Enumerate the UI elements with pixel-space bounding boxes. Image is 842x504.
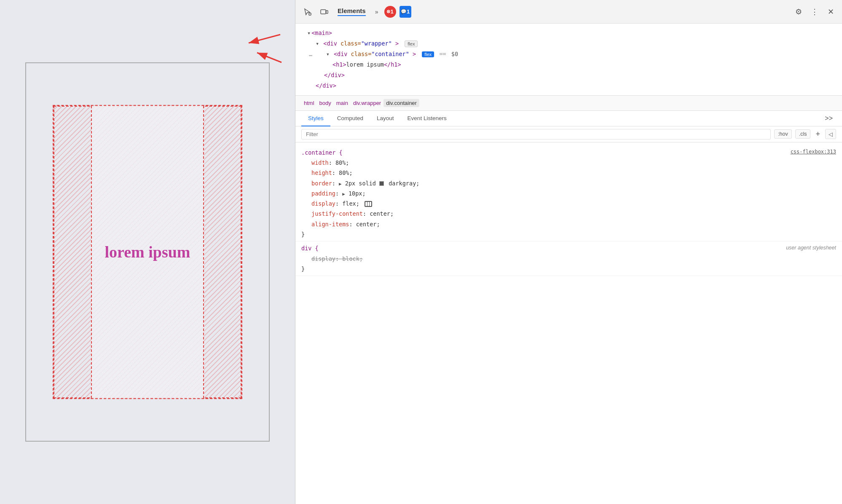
colon-height: : <box>332 169 339 176</box>
collapsed-dots: … <box>309 51 312 57</box>
error-icon: ⊗ <box>386 9 390 14</box>
style-rule-useragent: div { user agent stylesheet display: blo… <box>295 241 842 276</box>
tab-computed[interactable]: Computed <box>330 111 370 126</box>
tag-h1-close: </h1> <box>384 61 401 68</box>
colon-padding: : <box>335 190 342 197</box>
prop-value-display-ua: : block; <box>335 255 363 262</box>
colon-border: : <box>332 180 339 187</box>
prop-padding[interactable]: padding: ▶ 10px; <box>301 188 836 198</box>
flex-badge-container[interactable]: flex <box>422 51 434 57</box>
comment-icon: 💬 <box>401 9 407 14</box>
rule-header-container: .container { css-flexbox:313 <box>301 147 836 158</box>
devtools-panel: Elements » ⊗ 1 💬 1 ⚙ ⋮ ✕ ▾<main> ▾ <div … <box>295 0 842 504</box>
cursor-icon[interactable] <box>300 5 314 19</box>
element-h1[interactable]: <h1>lorem ipsum</h1> <box>295 59 842 70</box>
elements-tab-title[interactable]: Elements <box>338 7 366 16</box>
element-div-container-close[interactable]: </div> <box>295 70 842 80</box>
border-color-swatch[interactable] <box>379 181 384 186</box>
breadcrumb: html body main div.wrapper div.container <box>295 96 842 111</box>
expand-triangle: ▾ <box>316 40 319 47</box>
browser-preview: lorem ipsum <box>0 0 295 504</box>
expand-padding[interactable]: ▶ <box>342 191 345 197</box>
tag-div-container-close: > <box>413 51 416 57</box>
svg-line-3 <box>257 53 282 62</box>
prop-value-border: 2px solid <box>345 180 379 187</box>
tab-layout[interactable]: Layout <box>370 111 401 126</box>
close-devtools-button[interactable]: ✕ <box>824 5 837 18</box>
prop-name-height: height <box>311 169 332 176</box>
add-style-button[interactable]: + <box>814 130 822 139</box>
hov-button[interactable]: :hov <box>774 129 792 139</box>
equals-sign: == <box>439 51 446 57</box>
svg-rect-10 <box>370 202 371 206</box>
breadcrumb-body[interactable]: body <box>317 99 334 107</box>
breadcrumb-main[interactable]: main <box>334 99 351 107</box>
tab-styles[interactable]: Styles <box>301 111 330 126</box>
comment-count: 1 <box>407 8 410 15</box>
attr-class: class= <box>341 40 361 47</box>
comment-badge[interactable]: 💬 1 <box>400 6 411 18</box>
elements-tree: ▾<main> ▾ <div class="wrapper" > flex … … <box>295 24 842 96</box>
breadcrumb-div-container[interactable]: div.container <box>383 99 419 107</box>
tabs-more-button[interactable]: >> <box>821 113 836 124</box>
svg-line-2 <box>249 35 280 43</box>
preview-lorem-ipsum: lorem ipsum <box>105 243 190 261</box>
filter-icon-box[interactable]: ◁ <box>825 129 836 139</box>
prop-name-padding: padding <box>311 190 335 197</box>
tag-main: <main> <box>311 29 332 36</box>
prop-name-border: border <box>311 180 332 187</box>
settings-icon[interactable]: ⚙ <box>792 5 805 18</box>
user-agent-label: user agent stylesheet <box>786 243 836 253</box>
tag-div-container: <div <box>334 51 351 57</box>
tab-event-listeners[interactable]: Event Listeners <box>401 111 453 126</box>
flex-badge-wrapper[interactable]: flex <box>405 40 418 47</box>
element-div-wrapper-close[interactable]: </div> <box>295 80 842 91</box>
prop-display-ua[interactable]: display: block; <box>301 254 836 264</box>
prop-align-items[interactable]: align-items: center; <box>301 219 836 229</box>
prop-value-border-color: darkgray; <box>389 180 419 187</box>
tag-div-wrapper-close: > <box>395 40 399 47</box>
preview-container: lorem ipsum <box>53 105 242 399</box>
flex-layout-icon[interactable] <box>365 201 372 207</box>
more-options-icon[interactable]: ⋮ <box>808 5 821 18</box>
rule-selector-container[interactable]: .container { <box>301 149 343 156</box>
rule-close-brace-container: } <box>301 229 836 239</box>
svg-rect-4 <box>309 13 311 15</box>
colon-ai: : <box>349 221 356 228</box>
svg-rect-8 <box>365 202 367 206</box>
prop-height[interactable]: height: 80%; <box>301 168 836 178</box>
breadcrumb-html[interactable]: html <box>301 99 317 107</box>
prop-value-height: 80%; <box>339 169 353 176</box>
more-panels-button[interactable]: » <box>373 7 381 17</box>
prop-display[interactable]: display: flex; <box>301 198 836 209</box>
colon-display: : <box>335 200 342 207</box>
error-badge[interactable]: ⊗ 1 <box>384 6 396 18</box>
device-icon[interactable] <box>317 5 331 19</box>
colon-jc: : <box>363 210 370 217</box>
breadcrumb-div-wrapper[interactable]: div.wrapper <box>351 99 383 107</box>
rule-source-container[interactable]: css-flexbox:313 <box>791 147 836 157</box>
expand-border[interactable]: ▶ <box>339 181 342 187</box>
filter-bar: :hov .cls + ◁ <box>295 126 842 142</box>
style-rule-container: .container { css-flexbox:313 width: 80%;… <box>295 146 842 242</box>
prop-value-align-items: center; <box>356 221 380 228</box>
prop-name-display-ua: display <box>311 255 335 262</box>
tabs-bar: Styles Computed Layout Event Listeners >… <box>295 111 842 126</box>
error-count: 1 <box>390 8 393 15</box>
preview-inner: lorem ipsum <box>91 106 204 399</box>
styles-content: .container { css-flexbox:313 width: 80%;… <box>295 142 842 504</box>
prop-justify-content[interactable]: justify-content: center; <box>301 209 836 219</box>
cls-button[interactable]: .cls <box>795 129 811 139</box>
rule-selector-div[interactable]: div { <box>301 245 319 252</box>
prop-border[interactable]: border: ▶ 2px solid darkgray; <box>301 178 836 188</box>
element-main[interactable]: ▾<main> <box>295 28 842 38</box>
tag-close-wrapper: </div> <box>316 82 336 89</box>
prop-name-width: width <box>311 159 329 166</box>
dots-collapsed[interactable]: … ▾ <div class="container" > flex == $0 <box>295 49 842 59</box>
prop-width[interactable]: width: 80%; <box>301 158 836 168</box>
element-div-wrapper[interactable]: ▾ <div class="wrapper" > flex <box>295 38 842 49</box>
rule-header-useragent: div { user agent stylesheet <box>301 243 836 253</box>
filter-input[interactable] <box>301 129 771 139</box>
tag-close-container: </div> <box>324 72 345 78</box>
expand-triangle: ▾ <box>307 29 311 36</box>
